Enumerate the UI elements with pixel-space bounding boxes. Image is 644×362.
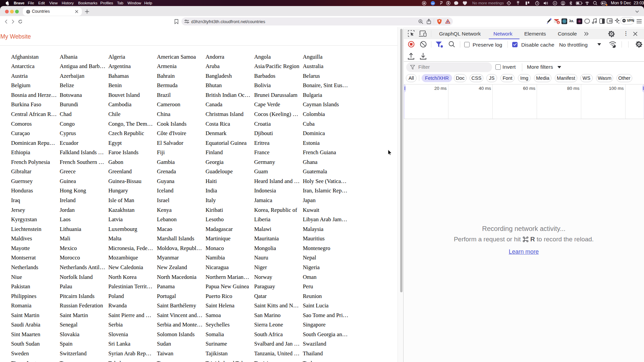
- svg-text:zm: zm: [431, 2, 434, 4]
- svg-text:6: 6: [557, 21, 559, 24]
